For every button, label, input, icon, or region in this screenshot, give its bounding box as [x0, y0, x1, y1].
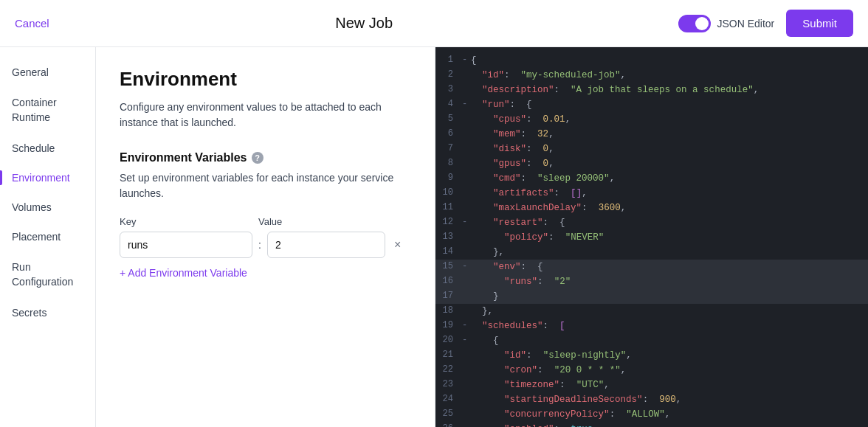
line-number: 22 — [441, 363, 462, 377]
line-number: 9 — [441, 171, 462, 185]
section-description: Configure any environment values to be a… — [120, 100, 411, 131]
line-content: } — [471, 289, 499, 304]
line-content: "disk": 0, — [471, 142, 554, 156]
env-vars-description: Set up environment variables for each in… — [120, 170, 411, 201]
env-separator: : — [258, 239, 261, 251]
line-number: 19 — [441, 319, 462, 333]
submit-button[interactable]: Submit — [786, 10, 853, 37]
line-content: "run": { — [471, 97, 532, 112]
line-content: "concurrencyPolicy": "ALLOW", — [471, 407, 670, 422]
line-content: "mem": 32, — [471, 127, 554, 142]
line-number: 17 — [441, 289, 462, 303]
line-marker: - — [462, 319, 471, 333]
json-line: 2 "id": "my-scheduled-job", — [435, 68, 868, 83]
sidebar-item-container-runtime[interactable]: ContainerRuntime — [12, 94, 95, 126]
help-icon[interactable]: ? — [252, 152, 264, 164]
json-line: 18 }, — [435, 304, 868, 319]
line-number: 7 — [441, 142, 462, 156]
json-line: 11 "maxLaunchDelay": 3600, — [435, 201, 868, 215]
line-number: 1 — [441, 53, 462, 67]
line-number: 2 — [441, 68, 462, 82]
cancel-button[interactable]: Cancel — [15, 17, 49, 29]
line-content: "cron": "20 0 * * *", — [471, 363, 626, 378]
line-number: 10 — [441, 186, 462, 200]
line-marker: - — [462, 97, 471, 111]
line-content: "cpus": 0.01, — [471, 112, 571, 127]
json-line: 16 "runs": "2" — [435, 274, 868, 289]
sidebar-item-volumes[interactable]: Volumes — [12, 200, 95, 215]
json-editor-switch[interactable] — [678, 15, 711, 32]
line-content: "runs": "2" — [471, 274, 571, 289]
json-editor-toggle[interactable]: JSON Editor — [678, 15, 774, 32]
json-line: 22 "cron": "20 0 * * *", — [435, 363, 868, 378]
line-content: "description": "A job that sleeps on a s… — [471, 83, 759, 97]
line-number: 15 — [441, 260, 462, 274]
env-vars-heading: Environment Variables ? — [120, 151, 411, 164]
line-content: { — [471, 333, 499, 348]
line-number: 13 — [441, 230, 462, 244]
json-line: 23 "timezone": "UTC", — [435, 378, 868, 392]
json-line: 14 }, — [435, 245, 868, 260]
line-content: "enabled": true, — [471, 422, 599, 427]
sidebar: General ContainerRuntime Schedule Enviro… — [0, 47, 96, 427]
content-area: Environment Configure any environment va… — [96, 47, 435, 427]
page-title: New Job — [335, 15, 393, 32]
env-var-labels: Key Value — [120, 216, 411, 227]
env-vars-title: Environment Variables — [120, 151, 247, 164]
json-line: 6 "mem": 32, — [435, 127, 868, 142]
json-editor-panel: 1-{2 "id": "my-scheduled-job",3 "descrip… — [435, 47, 868, 427]
env-key-input[interactable] — [120, 232, 252, 258]
sidebar-item-run-configuration[interactable]: RunConfiguration — [12, 259, 95, 291]
json-line: 26 "enabled": true, — [435, 422, 868, 427]
json-line: 4- "run": { — [435, 97, 868, 112]
sidebar-item-placement[interactable]: Placement — [12, 229, 95, 244]
json-line: 21 "id": "sleep-nightly", — [435, 348, 868, 363]
add-env-var-button[interactable]: + Add Environment Variable — [120, 267, 247, 279]
json-line: 25 "concurrencyPolicy": "ALLOW", — [435, 407, 868, 422]
json-line: 15- "env": { — [435, 260, 868, 274]
line-content: "cmd": "sleep 20000", — [471, 171, 615, 186]
key-label: Key — [120, 216, 252, 227]
line-number: 6 — [441, 127, 462, 141]
line-marker: - — [462, 53, 471, 67]
line-number: 4 — [441, 97, 462, 111]
json-line: 8 "gpus": 0, — [435, 156, 868, 171]
header: Cancel New Job JSON Editor Submit — [0, 0, 868, 47]
value-label: Value — [258, 216, 282, 227]
line-marker: - — [462, 333, 471, 347]
line-number: 14 — [441, 245, 462, 259]
main-layout: General ContainerRuntime Schedule Enviro… — [0, 47, 868, 427]
line-number: 20 — [441, 333, 462, 347]
line-number: 26 — [441, 422, 462, 427]
line-number: 24 — [441, 392, 462, 406]
json-line: 10 "artifacts": [], — [435, 186, 868, 201]
json-line: 13 "policy": "NEVER" — [435, 230, 868, 245]
sidebar-item-secrets[interactable]: Secrets — [12, 305, 95, 320]
line-content: "startingDeadlineSeconds": 900, — [471, 392, 681, 407]
json-line: 17 } — [435, 289, 868, 304]
json-line: 12- "restart": { — [435, 215, 868, 230]
header-right: JSON Editor Submit — [678, 10, 853, 37]
json-line: 1-{ — [435, 53, 868, 68]
json-line: 19- "schedules": [ — [435, 319, 868, 333]
json-line: 5 "cpus": 0.01, — [435, 112, 868, 127]
sidebar-item-general[interactable]: General — [12, 65, 95, 80]
line-marker: - — [462, 215, 471, 229]
sidebar-item-environment[interactable]: Environment — [12, 170, 95, 185]
line-content: "id": "my-scheduled-job", — [471, 68, 626, 83]
line-number: 25 — [441, 407, 462, 421]
line-number: 3 — [441, 83, 462, 97]
remove-env-var-button[interactable]: × — [391, 238, 404, 251]
line-number: 5 — [441, 112, 462, 126]
env-value-input[interactable] — [267, 232, 385, 258]
line-content: "schedules": [ — [471, 319, 565, 333]
line-content: "artifacts": [], — [471, 186, 588, 201]
line-content: "id": "sleep-nightly", — [471, 348, 632, 363]
line-number: 23 — [441, 378, 462, 392]
line-number: 16 — [441, 274, 462, 288]
line-content: "timezone": "UTC", — [471, 378, 610, 392]
line-content: { — [471, 53, 477, 68]
json-line: 20- { — [435, 333, 868, 348]
json-line: 7 "disk": 0, — [435, 142, 868, 156]
sidebar-item-schedule[interactable]: Schedule — [12, 141, 95, 156]
